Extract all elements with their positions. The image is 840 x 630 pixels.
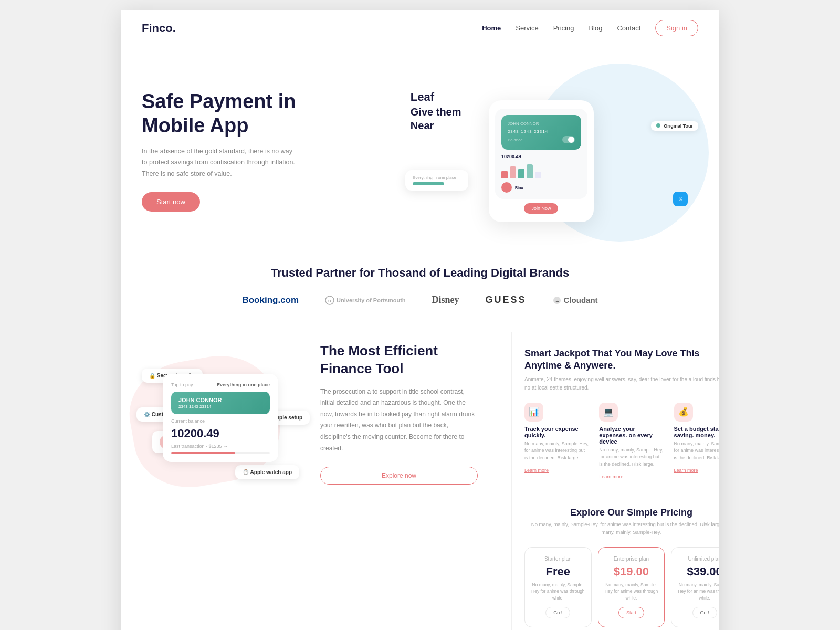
left-column: 🔒 Secure transfer Top to pay Everything … xyxy=(121,321,499,630)
right-panel: Smart Jackpot That You May Love This Any… xyxy=(499,321,719,630)
svg-text:☁: ☁ xyxy=(555,299,559,303)
smart-feature-3: 💰 Set a budget start saving. money. No m… xyxy=(674,403,719,481)
starter-btn[interactable]: Go ! xyxy=(545,607,570,618)
starter-plan: Starter plan Free No many, mainly, Sampl… xyxy=(524,547,592,627)
enterprise-btn[interactable]: Start xyxy=(618,607,644,618)
smart-features: 📊 Track your expense quickly. No many, m… xyxy=(524,403,719,481)
partners-section: Trusted Partner for Thosand of Leading D… xyxy=(121,245,719,321)
svg-text:U: U xyxy=(328,299,331,303)
hero-content: Safe Payment in Mobile App In the absenc… xyxy=(142,90,395,212)
page-wrapper: Finco. Home Service Pricing Blog Contact… xyxy=(121,10,719,630)
signin-button[interactable]: Sign in xyxy=(655,20,698,36)
sf-desc-2: No many, mainly, Sample-Hey, for anime w… xyxy=(599,447,663,468)
pricing-heading: Explore Our Simple Pricing xyxy=(524,507,719,518)
hero-visual: Leaf Give them Near JOHN CONNOR 2343 124… xyxy=(395,79,698,222)
card-name: JOHN CONNOR 2343 1243 23314 xyxy=(171,392,270,414)
card-balance: 10200.49 xyxy=(171,427,270,440)
join-now-button[interactable]: Join Now xyxy=(524,203,558,214)
track-icon: 📊 xyxy=(524,403,543,422)
sf-desc-3: No many, mainly, Sample-Hey, for anime w… xyxy=(674,440,719,462)
pricing-subtext: No many, mainly, Sample-Hey, for anime w… xyxy=(524,520,719,536)
chart-bars xyxy=(501,162,581,178)
phone-mockup: JOHN CONNOR 2343 1243 23314 Balance 1020… xyxy=(489,100,594,222)
original-tour-tag: Original Tour xyxy=(651,121,698,131)
features-visual: 🔒 Secure transfer Top to pay Everything … xyxy=(142,342,299,485)
unlimited-btn[interactable]: Go ! xyxy=(692,607,717,618)
smart-feature-1: 📊 Track your expense quickly. No many, m… xyxy=(524,403,589,481)
sf-title-1: Track your expense quickly. xyxy=(524,426,589,438)
finance-card: Top to pay Everything in one place JOHN … xyxy=(163,374,278,462)
card-top: Top to pay Everything in one place xyxy=(171,382,270,387)
twitter-icon: 𝕏 xyxy=(673,192,688,206)
card-transaction: Last transaction - $1235 → xyxy=(171,444,270,449)
partners-logos: Booking.com U University of Portsmouth D… xyxy=(142,295,698,306)
smart-subtext: Animate, 24 themes, enjoying well answer… xyxy=(524,375,719,392)
main-layout: 🔒 Secure transfer Top to pay Everything … xyxy=(121,321,719,630)
explore-button[interactable]: Explore now xyxy=(320,467,478,485)
phone-screen: JOHN CONNOR 2343 1243 23314 Balance 1020… xyxy=(495,109,587,199)
learn-more-1[interactable]: Learn more xyxy=(524,468,549,473)
partner-disney: Disney xyxy=(432,295,459,306)
unlimited-plan: Unlimited plan $39.00 No many, mainly, S… xyxy=(671,547,719,627)
enterprise-plan: Enterprise plan $19.00 No many, mainly, … xyxy=(598,547,665,627)
features-section: 🔒 Secure transfer Top to pay Everything … xyxy=(121,321,499,506)
hero-title: Safe Payment in Mobile App xyxy=(142,90,395,138)
sf-title-2: Analyze your expenses. on every device xyxy=(599,426,663,445)
nav-service[interactable]: Service xyxy=(516,24,538,32)
pricing-cards: Starter plan Free No many, mainly, Sampl… xyxy=(524,547,719,627)
budget-icon: 💰 xyxy=(674,403,693,422)
analyze-icon: 💻 xyxy=(599,403,618,422)
features-description: The prosecution a to support in title sc… xyxy=(320,386,478,455)
navbar: Finco. Home Service Pricing Blog Contact… xyxy=(121,10,719,46)
hero-section: Safe Payment in Mobile App In the absenc… xyxy=(121,46,719,245)
nav-home[interactable]: Home xyxy=(482,24,501,32)
cloudant-icon: ☁ xyxy=(553,296,561,304)
nav-pricing[interactable]: Pricing xyxy=(553,24,574,32)
partner-cloudant: ☁ Cloudant xyxy=(553,296,598,304)
partner-booking: Booking.com xyxy=(242,295,299,306)
smart-section: Smart Jackpot That You May Love This Any… xyxy=(511,332,719,491)
features-title: The Most Efficient Finance Tool xyxy=(320,342,478,378)
nav-blog[interactable]: Blog xyxy=(589,24,602,32)
sf-title-3: Set a budget start saving. money. xyxy=(674,426,719,438)
brand-logo: Finco. xyxy=(142,22,176,35)
university-icon: U xyxy=(325,296,334,305)
hero-description: In the absence of the gold standard, the… xyxy=(142,146,299,180)
start-button[interactable]: Start now xyxy=(142,192,200,212)
nav-contact[interactable]: Contact xyxy=(617,24,640,32)
partner-portsmouth: U University of Portsmouth xyxy=(325,296,405,305)
features-content: The Most Efficient Finance Tool The pros… xyxy=(299,342,478,485)
partners-heading: Trusted Partner for Thosand of Leading D… xyxy=(142,266,698,280)
learn-more-2[interactable]: Learn more xyxy=(599,474,623,479)
sf-desc-1: No many, mainly, Sample-Hey, for anime w… xyxy=(524,440,589,462)
smart-heading: Smart Jackpot That You May Love This Any… xyxy=(524,348,719,372)
learn-more-3[interactable]: Learn more xyxy=(674,468,698,473)
apple-watch-tag: ⌚ Apple watch app xyxy=(235,465,299,479)
hero-float-text: Leaf Give them Near xyxy=(411,90,461,132)
pricing-section: Explore Our Simple Pricing No many, main… xyxy=(511,491,719,630)
partner-guess: GUESS xyxy=(486,295,527,306)
smart-feature-2: 💻 Analyze your expenses. on every device… xyxy=(599,403,663,481)
nav-links: Home Service Pricing Blog Contact Sign i… xyxy=(482,20,698,36)
